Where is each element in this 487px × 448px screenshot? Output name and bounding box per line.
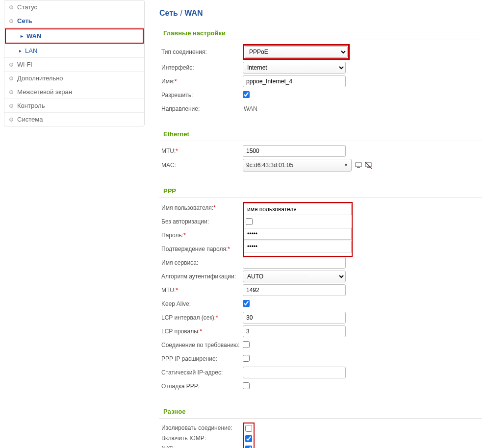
ppp-pppip-checkbox[interactable] [243, 355, 250, 362]
mac-label: MAC: [159, 162, 243, 169]
section-title-main: Главные настройки [159, 27, 482, 40]
ppp-ondemand-checkbox[interactable] [243, 341, 250, 348]
nav-label: Система [17, 116, 43, 123]
misc-nat-checkbox[interactable] [245, 446, 252, 448]
ppp-keepalive-label: Keep Alive: [159, 300, 243, 307]
ppp-keepalive-checkbox[interactable] [243, 300, 250, 307]
ppp-password-confirm-input[interactable] [244, 241, 352, 252]
ppp-noauth-label: Без авторизации: [159, 218, 243, 225]
ppp-service-label: Имя сервиса: [159, 259, 243, 266]
interface-label: Интерфейс: [159, 64, 243, 71]
misc-igmp-checkbox[interactable] [245, 435, 252, 442]
computer-disabled-icon[interactable] [364, 161, 372, 169]
nav-item-control[interactable]: Контроль [4, 99, 144, 113]
svg-rect-3 [367, 167, 370, 168]
nav-item-wan[interactable]: ▸ WAN [5, 28, 144, 44]
ppp-username-label: Имя пользователя:* [159, 204, 243, 211]
misc-isolate-label: Изолировать соединение: [159, 424, 243, 431]
ppp-mtu-label: MTU:* [159, 287, 243, 294]
svg-rect-1 [357, 167, 360, 168]
bullet-icon [9, 90, 13, 94]
allow-checkbox[interactable] [243, 91, 250, 98]
nav-item-status[interactable]: Статус [4, 0, 144, 14]
nav-label: Сеть [17, 17, 32, 25]
ppp-authalgo-label: Алгоритм аутентификации: [159, 273, 243, 280]
nav-item-lan[interactable]: ▸ LAN [4, 44, 144, 58]
dropdown-icon: ▼ [344, 163, 348, 168]
breadcrumb-part: Сеть [159, 9, 178, 17]
nav-item-system[interactable]: Система [4, 113, 144, 126]
ppp-debug-checkbox[interactable] [243, 382, 250, 389]
bullet-icon [9, 118, 13, 122]
ppp-service-input[interactable] [243, 257, 346, 269]
bullet-icon [9, 76, 13, 80]
nav-label: Статус [17, 3, 37, 11]
mac-select[interactable]: 9c:d6:43:3d:01:05 ▼ [243, 159, 352, 172]
bullet-icon [9, 63, 13, 67]
ppp-authalgo-select[interactable]: AUTO [243, 271, 346, 282]
nav-label: Межсетевой экран [17, 88, 72, 96]
chevron-right-icon: ▸ [21, 33, 26, 39]
ppp-pppip-label: PPP IP расширение: [159, 355, 243, 362]
main-content: Сеть / WAN Главные настройки Тип соедине… [145, 0, 487, 448]
allow-label: Разрешить: [159, 92, 243, 99]
misc-isolate-checkbox[interactable] [245, 425, 252, 432]
ppp-staticip-label: Статический IP-адрес: [159, 369, 243, 376]
breadcrumb-sep: / [180, 9, 182, 17]
ppp-password-label: Пароль:* [159, 232, 243, 239]
nav-label: LAN [25, 47, 37, 54]
breadcrumb: Сеть / WAN [159, 5, 482, 27]
chevron-right-icon: ▸ [19, 48, 25, 53]
name-label: Имя:* [159, 78, 243, 85]
direction-label: Направление: [159, 105, 243, 112]
ppp-lcp-interval-input[interactable] [243, 312, 346, 324]
name-input[interactable] [243, 75, 346, 87]
connection-type-label: Тип соединения: [159, 49, 243, 55]
sidebar: Статус Сеть ▸ WAN ▸ LAN Wi-Fi Дополнител… [0, 0, 145, 448]
ppp-lcp-interval-label: LCP интервал (сек):* [159, 314, 243, 321]
breadcrumb-part: WAN [184, 9, 203, 17]
misc-igmp-label: Включить IGMP: [159, 435, 243, 442]
bullet-icon [9, 104, 13, 108]
nav-label: Контроль [17, 102, 45, 109]
ppp-lcp-fails-input[interactable] [243, 325, 346, 337]
direction-value: WAN [243, 105, 257, 112]
section-title-misc: Разное [159, 406, 482, 419]
nav-item-firewall[interactable]: Межсетевой экран [4, 85, 144, 99]
ppp-mtu-input[interactable] [243, 284, 346, 296]
computer-icon[interactable] [355, 161, 362, 169]
mac-value: 9c:d6:43:3d:01:05 [246, 162, 293, 169]
misc-nat-label: NAT: [159, 445, 243, 448]
nav-item-network[interactable]: Сеть [4, 14, 144, 28]
nav-label: WAN [26, 32, 41, 40]
eth-mtu-label: MTU:* [159, 148, 243, 154]
nav-label: Wi-Fi [17, 61, 32, 68]
ppp-noauth-checkbox[interactable] [246, 218, 253, 225]
connection-type-select[interactable]: PPPoE [245, 46, 348, 58]
nav-label: Дополнительно [17, 75, 63, 82]
bullet-icon [9, 5, 13, 9]
bullet-icon [9, 19, 13, 23]
interface-select[interactable]: Internet [243, 62, 346, 74]
ppp-lcp-fails-label: LCP провалы:* [159, 328, 243, 335]
ppp-password-confirm-label: Подтверждение пароля:* [159, 246, 243, 252]
section-title-ppp: PPP [159, 185, 482, 198]
ppp-ondemand-label: Соединение по требованию: [159, 342, 243, 348]
ppp-debug-label: Отладка PPP: [159, 383, 243, 390]
nav-item-wifi[interactable]: Wi-Fi [4, 58, 144, 72]
eth-mtu-input[interactable] [243, 145, 346, 157]
ppp-staticip-input[interactable] [243, 367, 346, 378]
svg-rect-0 [356, 163, 361, 167]
nav-item-advanced[interactable]: Дополнительно [4, 72, 144, 85]
section-title-ethernet: Ethernet [159, 128, 482, 141]
ppp-password-input[interactable] [244, 228, 352, 240]
ppp-username-input[interactable] [244, 203, 352, 215]
